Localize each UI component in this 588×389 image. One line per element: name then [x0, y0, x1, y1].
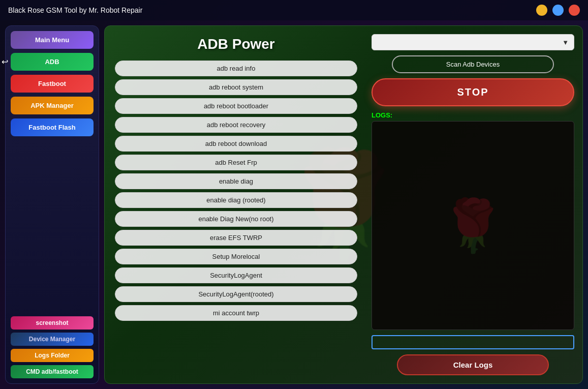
sidebar: Main Menu ↩ ADB Fastboot APK Manager Fas… [5, 25, 99, 384]
logs-label: LOGS: [372, 111, 574, 119]
cmd-button-11[interactable]: SecurityLogAgent [115, 267, 357, 283]
apk-manager-button[interactable]: APK Manager [11, 97, 94, 114]
titlebar: Black Rose GSM Tool by Mr. Robot Repair [0, 0, 588, 20]
maximize-button[interactable] [552, 5, 564, 16]
cmd-button-13[interactable]: mi account twrp [115, 305, 357, 321]
cmd-button-5[interactable]: adb Reset Frp [115, 155, 357, 170]
device-manager-button[interactable]: Device Manager [11, 333, 94, 346]
content-area: 🌹 ADB Power adb read infoadb reboot syst… [104, 25, 583, 384]
cmd-button-7[interactable]: enable diag (rooted) [115, 192, 357, 208]
fastboot-flash-button[interactable]: Fastboot Flash [11, 118, 94, 136]
clear-logs-button[interactable]: Clear Logs [397, 354, 549, 375]
dropdown-chevron-icon: ▼ [562, 39, 569, 46]
commands-list: adb read infoadb reboot systemadb reboot… [115, 61, 357, 321]
device-dropdown[interactable]: ▼ [372, 34, 574, 50]
cmd-button-10[interactable]: Setup Morelocal [115, 249, 357, 264]
cmd-button-2[interactable]: adb reboot bootloader [115, 98, 357, 114]
sidebar-top: Main Menu ↩ ADB Fastboot APK Manager Fas… [11, 31, 94, 136]
cmd-button[interactable]: CMD adb/fastboot [11, 365, 94, 378]
panel-title: ADB Power [115, 36, 357, 52]
content-inner: ADB Power adb read infoadb reboot system… [105, 26, 582, 383]
logs-input[interactable] [372, 335, 574, 349]
adb-arrow-icon: ↩ [2, 57, 8, 67]
scan-adb-button[interactable]: Scan Adb Devices [392, 55, 554, 73]
logs-section: LOGS: 🌹 [372, 111, 574, 330]
main-menu-button[interactable]: Main Menu [11, 31, 94, 49]
logs-rose-watermark: 🌹 [441, 196, 505, 256]
stop-button[interactable]: STOP [372, 78, 574, 106]
cmd-button-4[interactable]: adb reboot download [115, 136, 357, 152]
close-button[interactable] [569, 5, 580, 16]
cmd-button-1[interactable]: adb reboot system [115, 79, 357, 95]
cmd-button-0[interactable]: adb read info [115, 61, 357, 76]
cmd-button-6[interactable]: enable diag [115, 173, 357, 189]
screenshot-button[interactable]: screenshot [11, 316, 94, 330]
cmd-button-3[interactable]: adb reboot recovery [115, 117, 357, 133]
main-container: Main Menu ↩ ADB Fastboot APK Manager Fas… [0, 20, 588, 389]
left-panel: ADB Power adb read infoadb reboot system… [105, 26, 367, 383]
window-controls [536, 5, 580, 16]
fastboot-button[interactable]: Fastboot [11, 75, 94, 93]
minimize-button[interactable] [536, 5, 547, 16]
window-title: Black Rose GSM Tool by Mr. Robot Repair [8, 6, 142, 14]
sidebar-spacer [11, 140, 94, 312]
cmd-button-8[interactable]: enable Diag New(no root) [115, 211, 357, 227]
cmd-button-9[interactable]: erase EFS TWRP [115, 230, 357, 246]
right-panel: ▼ Scan Adb Devices STOP LOGS: 🌹 Clear Lo… [367, 26, 582, 383]
adb-button[interactable]: ADB [11, 53, 94, 71]
cmd-button-12[interactable]: SecurityLogAgent(rooted) [115, 286, 357, 302]
sidebar-bottom: screenshot Device Manager Logs Folder CM… [11, 316, 94, 378]
logs-folder-button[interactable]: Logs Folder [11, 349, 94, 362]
logs-box: 🌹 [372, 121, 574, 330]
